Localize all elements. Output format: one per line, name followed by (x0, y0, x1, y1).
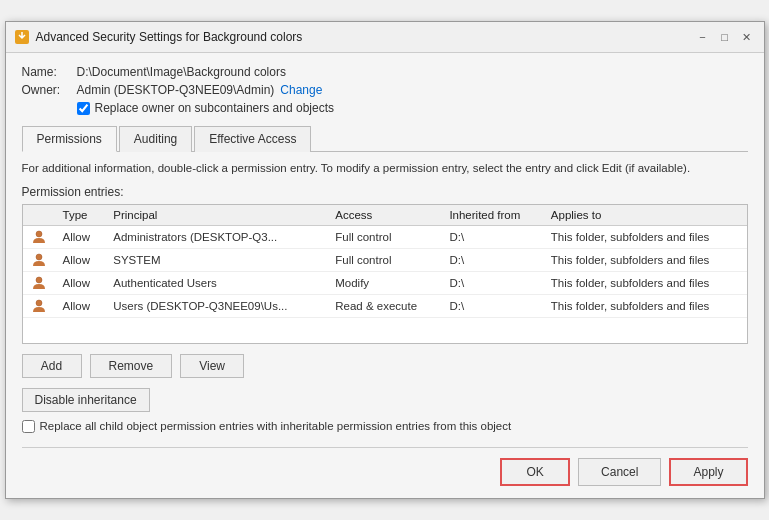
replace-permissions-label: Replace all child object permission entr… (40, 420, 512, 432)
row-icon (23, 294, 55, 317)
tabs-bar: Permissions Auditing Effective Access (22, 125, 748, 152)
apply-button[interactable]: Apply (669, 458, 747, 486)
add-button[interactable]: Add (22, 354, 82, 378)
view-button[interactable]: View (180, 354, 244, 378)
ok-button[interactable]: OK (500, 458, 570, 486)
row-applies: This folder, subfolders and files (543, 225, 747, 248)
row-type: Allow (55, 294, 106, 317)
table-header-row: Type Principal Access Inherited from App… (23, 205, 747, 226)
title-bar-controls: − □ ✕ (694, 28, 756, 46)
row-access: Read & execute (327, 294, 441, 317)
name-label: Name: (22, 65, 77, 79)
replace-owner-label: Replace owner on subcontainers and objec… (95, 101, 334, 115)
row-type: Allow (55, 225, 106, 248)
col-access: Access (327, 205, 441, 226)
permissions-table-container[interactable]: Type Principal Access Inherited from App… (22, 204, 748, 344)
col-principal: Principal (105, 205, 327, 226)
row-access: Full control (327, 248, 441, 271)
row-applies: This folder, subfolders and files (543, 271, 747, 294)
window: Advanced Security Settings for Backgroun… (5, 21, 765, 498)
content: Name: D:\Document\Image\Background color… (6, 53, 764, 497)
row-principal: SYSTEM (105, 248, 327, 271)
table-row[interactable]: Allow SYSTEM Full control D:\ This folde… (23, 248, 747, 271)
close-button[interactable]: ✕ (738, 28, 756, 46)
table-row[interactable]: Allow Administrators (DESKTOP-Q3... Full… (23, 225, 747, 248)
title-bar-left: Advanced Security Settings for Backgroun… (14, 29, 303, 45)
maximize-button[interactable]: □ (716, 28, 734, 46)
row-inherited: D:\ (441, 248, 542, 271)
table-body: Allow Administrators (DESKTOP-Q3... Full… (23, 225, 747, 317)
row-icon (23, 248, 55, 271)
row-principal: Administrators (DESKTOP-Q3... (105, 225, 327, 248)
description-text: For additional information, double-click… (22, 160, 748, 176)
name-value: D:\Document\Image\Background colors (77, 65, 286, 79)
row-access: Full control (327, 225, 441, 248)
row-inherited: D:\ (441, 225, 542, 248)
replace-permission-row: Replace all child object permission entr… (22, 420, 748, 433)
col-applies: Applies to (543, 205, 747, 226)
row-icon (23, 271, 55, 294)
row-applies: This folder, subfolders and files (543, 294, 747, 317)
title-bar: Advanced Security Settings for Backgroun… (6, 22, 764, 53)
row-icon (23, 225, 55, 248)
name-row: Name: D:\Document\Image\Background color… (22, 65, 748, 79)
disable-inheritance-button[interactable]: Disable inheritance (22, 388, 150, 412)
row-type: Allow (55, 271, 106, 294)
remove-button[interactable]: Remove (90, 354, 173, 378)
row-inherited: D:\ (441, 271, 542, 294)
row-applies: This folder, subfolders and files (543, 248, 747, 271)
owner-value: Admin (DESKTOP-Q3NEE09\Admin) (77, 83, 275, 97)
owner-row: Owner: Admin (DESKTOP-Q3NEE09\Admin) Cha… (22, 83, 748, 97)
row-inherited: D:\ (441, 294, 542, 317)
replace-owner-row: Replace owner on subcontainers and objec… (77, 101, 748, 115)
tab-effective-access[interactable]: Effective Access (194, 126, 311, 152)
col-inherited: Inherited from (441, 205, 542, 226)
section-label: Permission entries: (22, 185, 748, 199)
change-link[interactable]: Change (280, 83, 322, 97)
col-type-icon (23, 205, 55, 226)
col-type: Type (55, 205, 106, 226)
table-action-buttons: Add Remove View (22, 354, 748, 378)
row-principal: Authenticated Users (105, 271, 327, 294)
window-title: Advanced Security Settings for Backgroun… (36, 30, 303, 44)
cancel-button[interactable]: Cancel (578, 458, 661, 486)
table-row[interactable]: Allow Users (DESKTOP-Q3NEE09\Us... Read … (23, 294, 747, 317)
replace-owner-checkbox[interactable] (77, 102, 90, 115)
window-icon (14, 29, 30, 45)
row-type: Allow (55, 248, 106, 271)
tab-permissions[interactable]: Permissions (22, 126, 117, 152)
minimize-button[interactable]: − (694, 28, 712, 46)
tab-auditing[interactable]: Auditing (119, 126, 192, 152)
row-access: Modify (327, 271, 441, 294)
owner-label: Owner: (22, 83, 77, 97)
table-row[interactable]: Allow Authenticated Users Modify D:\ Thi… (23, 271, 747, 294)
bottom-buttons: OK Cancel Apply (22, 447, 748, 486)
row-principal: Users (DESKTOP-Q3NEE09\Us... (105, 294, 327, 317)
permissions-table: Type Principal Access Inherited from App… (23, 205, 747, 318)
replace-permissions-checkbox[interactable] (22, 420, 35, 433)
